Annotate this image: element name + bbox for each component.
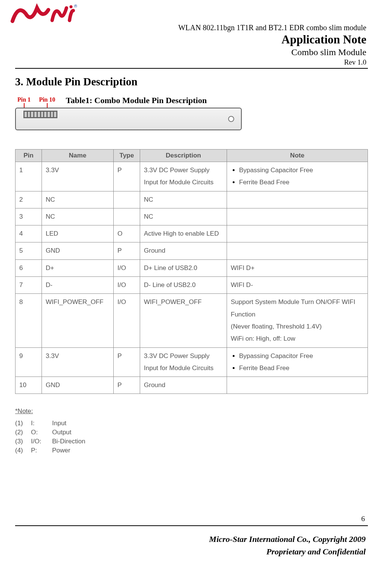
table-row: 13.3VP3.3V DC Power Supply Input for Mod… — [15, 162, 368, 191]
cell-note: Bypassing Capacitor FreeFerrite Bead Fre… — [227, 347, 368, 377]
cell-note — [227, 191, 368, 208]
cell-pin: 5 — [15, 242, 42, 259]
table-caption: Table1: Combo Module Pin Description — [66, 96, 207, 105]
cell-type: P — [114, 162, 140, 191]
cell-name: 3.3V — [42, 162, 114, 191]
col-note: Note — [227, 150, 368, 162]
cell-pin: 8 — [15, 294, 42, 347]
header-rev: Rev 1.0 — [15, 58, 366, 66]
cell-note: Bypassing Capacitor FreeFerrite Bead Fre… — [227, 162, 368, 191]
cell-name: LED — [42, 225, 114, 242]
table-row: 5GNDPGround — [15, 242, 368, 259]
cell-desc: 3.3V DC Power Supply Input for Module Ci… — [140, 162, 227, 191]
cell-pin: 6 — [15, 259, 42, 276]
cell-desc: NC — [140, 191, 227, 208]
header-title: Application Note — [15, 33, 366, 46]
cell-type — [114, 191, 140, 208]
legend-row: (2)O:Output — [15, 429, 368, 436]
table-row: 93.3VP3.3V DC Power Supply Input for Mod… — [15, 347, 368, 377]
legend-row: (1)I:Input — [15, 420, 368, 427]
cell-desc: NC — [140, 208, 227, 225]
footer-line1: Micro-Star International Co., Copyright … — [15, 533, 366, 545]
footer-line2: Proprietary and Confidential — [15, 545, 366, 558]
cell-name: D+ — [42, 259, 114, 276]
cell-type: P — [114, 242, 140, 259]
col-name: Name — [42, 150, 114, 162]
cell-type — [114, 208, 140, 225]
note-title: *Note: — [15, 407, 33, 415]
cell-note — [227, 208, 368, 225]
cell-name: 3.3V — [42, 347, 114, 377]
cell-name: GND — [42, 377, 114, 394]
cell-pin: 1 — [15, 162, 42, 191]
doc-header: WLAN 802.11bgn 1T1R and BT2.1 EDR combo … — [15, 23, 368, 66]
cell-type: O — [114, 225, 140, 242]
cell-note — [227, 377, 368, 394]
col-pin: Pin — [15, 150, 42, 162]
footer-rule — [15, 525, 368, 526]
header-rule — [15, 68, 368, 69]
cell-desc: D- Line of USB2.0 — [140, 277, 227, 294]
mounting-hole-icon — [228, 116, 234, 122]
table-row: 7D-I/OD- Line of USB2.0WIFI D- — [15, 277, 368, 294]
pin-arrow-labels: Pin 1 Pin 10 — [15, 96, 55, 103]
cell-desc: Active High to enable LED — [140, 225, 227, 242]
cell-pin: 9 — [15, 347, 42, 377]
cell-note: WIFI D+ — [227, 259, 368, 276]
cell-type: P — [114, 347, 140, 377]
cell-name: D- — [42, 277, 114, 294]
col-desc: Description — [140, 150, 227, 162]
cell-name: NC — [42, 191, 114, 208]
cell-type: I/O — [114, 294, 140, 347]
cell-type: P — [114, 377, 140, 394]
connector-icon — [23, 111, 57, 118]
cell-pin: 2 — [15, 191, 42, 208]
cell-note: Support System Module Turn ON/OFF WIFI F… — [227, 294, 368, 347]
cell-note — [227, 242, 368, 259]
table-row: 10GNDPGround — [15, 377, 368, 394]
module-drawing — [15, 108, 242, 130]
cell-pin: 7 — [15, 277, 42, 294]
table-row: 8WIFI_POWER_OFFI/OWIFI_POWER_OFFSupport … — [15, 294, 368, 347]
cell-name: NC — [42, 208, 114, 225]
note-block: *Note: (1)I:Input(2)O:Output(3)I/O:Bi-Di… — [15, 407, 368, 454]
cell-note — [227, 225, 368, 242]
table-row: 2NCNC — [15, 191, 368, 208]
header-module: Combo slim Module — [15, 47, 366, 57]
table-row: 4LEDOActive High to enable LED — [15, 225, 368, 242]
table-row: 3NCNC — [15, 208, 368, 225]
cell-name: GND — [42, 242, 114, 259]
cell-pin: 10 — [15, 377, 42, 394]
legend-row: (4)P:Power — [15, 447, 368, 454]
cell-desc: Ground — [140, 242, 227, 259]
cell-type: I/O — [114, 259, 140, 276]
pin1-label: Pin 1 — [17, 96, 31, 103]
cell-pin: 4 — [15, 225, 42, 242]
table-row: 6D+I/OD+ Line of USB2.0WIFI D+ — [15, 259, 368, 276]
cell-type: I/O — [114, 277, 140, 294]
pin-table: Pin Name Type Description Note 13.3VP3.3… — [15, 149, 368, 394]
msi-logo: ® — [11, 2, 79, 27]
page-number: 6 — [15, 515, 368, 523]
svg-text:®: ® — [74, 4, 77, 8]
cell-name: WIFI_POWER_OFF — [42, 294, 114, 347]
cell-note: WIFI D- — [227, 277, 368, 294]
footer: Micro-Star International Co., Copyright … — [15, 533, 368, 558]
col-type: Type — [114, 150, 140, 162]
cell-desc: WIFI_POWER_OFF — [140, 294, 227, 347]
svg-point-0 — [69, 5, 73, 8]
section-title: 3. Module Pin Description — [15, 76, 368, 88]
pin10-label: Pin 10 — [39, 96, 55, 103]
legend-row: (3)I/O:Bi-Direction — [15, 438, 368, 445]
cell-desc: 3.3V DC Power Supply Input for Module Ci… — [140, 347, 227, 377]
cell-pin: 3 — [15, 208, 42, 225]
cell-desc: Ground — [140, 377, 227, 394]
cell-desc: D+ Line of USB2.0 — [140, 259, 227, 276]
